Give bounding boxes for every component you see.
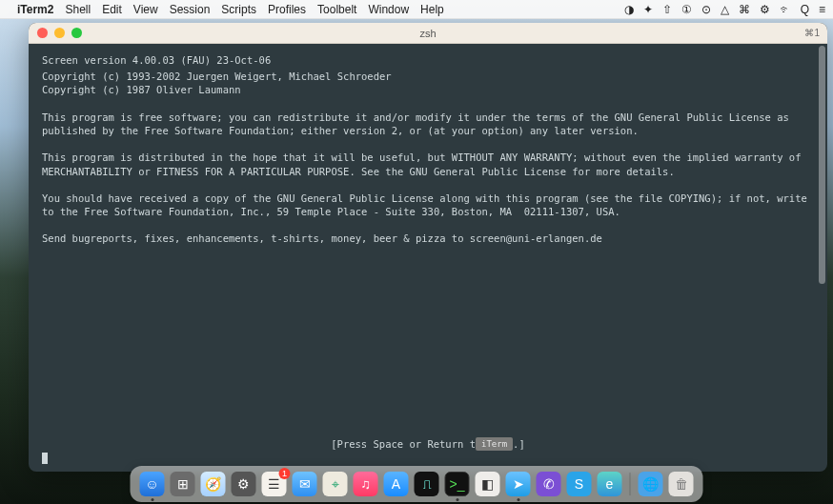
terminal-line: You should have received a copy of the G… <box>42 192 814 218</box>
menubar: iTerm2 Shell Edit View Session Scripts P… <box>0 0 833 19</box>
terminal-line: Screen version 4.00.03 (FAU) 23-Oct-06 <box>42 53 814 67</box>
dock-finder-icon[interactable]: ☺ <box>140 472 165 496</box>
terminal-line: This program is distributed in the hope … <box>42 151 814 177</box>
search-icon[interactable]: Q <box>801 3 809 16</box>
menu-help[interactable]: Help <box>420 3 444 16</box>
menu-profiles[interactable]: Profiles <box>268 3 306 16</box>
dock-reminders-icon[interactable]: ☰1 <box>262 472 287 496</box>
minimize-button[interactable] <box>54 28 65 38</box>
menu-view[interactable]: View <box>133 3 158 16</box>
prompt-text: [Press Space or Return t <box>331 438 476 450</box>
status-icon[interactable]: ① <box>681 3 692 16</box>
zoom-button[interactable] <box>71 28 82 38</box>
status-icon[interactable]: ✦ <box>643 3 653 16</box>
dock-app1-icon[interactable]: ◧ <box>476 472 500 496</box>
menu-scripts[interactable]: Scripts <box>221 3 256 16</box>
terminal-viewport[interactable]: Screen version 4.00.03 (FAU) 23-Oct-06 C… <box>29 44 827 472</box>
dock-edge-icon[interactable]: e <box>598 472 622 496</box>
dock-mail-icon[interactable]: ✉ <box>293 472 317 496</box>
terminal-cursor <box>42 453 48 464</box>
status-icon[interactable]: ⚙ <box>760 3 770 16</box>
badge: 1 <box>279 468 291 479</box>
window-titlebar[interactable]: zsh ⌘1 <box>29 23 827 44</box>
menu-window[interactable]: Window <box>368 3 409 16</box>
menu-toolbelt[interactable]: Toolbelt <box>317 3 356 16</box>
dock-settings-icon[interactable]: ⚙ <box>232 472 256 496</box>
dock-iterm-icon[interactable]: >_ <box>445 472 470 496</box>
close-button[interactable] <box>37 28 48 38</box>
status-icon[interactable]: ⌘ <box>739 3 750 16</box>
menu-edit[interactable]: Edit <box>102 3 122 16</box>
control-center-icon[interactable]: ≡ <box>819 3 825 16</box>
terminal-line: Send bugreports, fixes, enhancements, t-… <box>42 232 814 245</box>
dock-globe-icon[interactable]: 🌐 <box>639 472 663 496</box>
screen-prompt: [Press Space or Return tiTerm.] <box>29 437 827 451</box>
dock-music-icon[interactable]: ♫ <box>354 472 378 496</box>
wifi-icon[interactable]: ᯤ <box>780 3 791 16</box>
terminal-window: zsh ⌘1 Screen version 4.00.03 (FAU) 23-O… <box>29 23 827 472</box>
terminal-line: This program is free software; you can r… <box>42 111 814 137</box>
dock-separator <box>630 473 631 495</box>
dock-maps-icon[interactable]: ⌖ <box>323 472 348 496</box>
menu-session[interactable]: Session <box>170 3 211 16</box>
status-icon[interactable]: ⇧ <box>662 3 672 16</box>
menu-shell[interactable]: Shell <box>65 3 91 16</box>
dock-viber-icon[interactable]: ✆ <box>537 472 561 496</box>
status-icon[interactable]: ◑ <box>624 3 634 16</box>
window-title: zsh <box>29 28 827 39</box>
window-shortcut: ⌘1 <box>804 28 820 38</box>
dock-skype-icon[interactable]: S <box>567 472 592 496</box>
scrollbar-thumb[interactable] <box>819 46 825 284</box>
dock-safari-icon[interactable]: 🧭 <box>201 472 226 496</box>
dock-trash-icon[interactable]: 🗑 <box>669 472 694 496</box>
dock-appstore-icon[interactable]: A <box>384 472 409 496</box>
terminal-line: Copyright (c) 1987 Oliver Laumann <box>42 83 814 96</box>
status-icon[interactable]: △ <box>721 3 729 16</box>
dock-activity-icon[interactable]: ⎍ <box>415 472 439 496</box>
dock: ☺⊞🧭⚙☰1✉⌖♫A⎍>_◧➤✆Se🌐🗑 <box>131 466 703 502</box>
tooltip-badge: iTerm <box>476 437 513 451</box>
dock-launchpad-icon[interactable]: ⊞ <box>171 472 195 496</box>
status-icon[interactable]: ⊙ <box>701 3 711 16</box>
dock-telegram-icon[interactable]: ➤ <box>506 472 531 496</box>
terminal-line: Copyright (c) 1993-2002 Juergen Weigert,… <box>42 70 814 83</box>
app-menu[interactable]: iTerm2 <box>17 3 53 16</box>
prompt-text: .] <box>513 438 525 450</box>
